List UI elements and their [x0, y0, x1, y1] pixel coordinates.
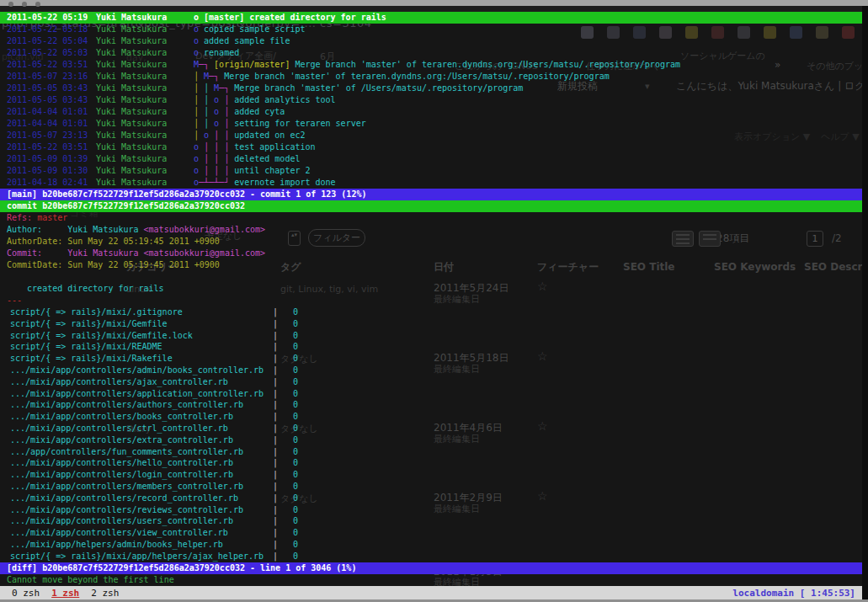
diffstat-file-row: .../mixi/app/controllers/ctrl_controller… — [0, 423, 862, 434]
log-row: 2011-05-07 23:16Yuki Matsukura│ M─┐ Merg… — [0, 71, 862, 83]
log-row: 2011-05-05 03:43Yuki Matsukura│ │ M─┐ Me… — [0, 83, 862, 94]
diffstat-file-row: .../mixi/app/controllers/reviews_control… — [0, 504, 862, 516]
diffstat-file-row: .../mixi/app/controllers/record_controll… — [0, 493, 862, 504]
diffstat-file-row: .../mixi/app/controllers/ajax_controller… — [0, 376, 862, 388]
close-window-icon — [8, 2, 13, 7]
log-row: 2011-04-04 01:01Yuki Matsukura│ │ o │ se… — [0, 118, 862, 130]
log-row: 2011-05-22 03:51Yuki Matsukurao │ │ │ te… — [0, 141, 862, 153]
log-row: 2011-05-09 01:39Yuki Matsukurao │ │ │ de… — [0, 153, 862, 165]
screen-window-0: 0 zsh — [12, 588, 40, 599]
tig-commit-header-selected: commit b20be687c7f522729f12ef5d286a2a379… — [0, 200, 862, 212]
diffstat-file-row: .../mixi/app/controllers/authors_control… — [0, 399, 862, 411]
diffstat-file-row: .../mixi/app/controllers/extra_controlle… — [0, 434, 862, 446]
commit-detail-row: AuthorDate: Sun May 22 05:19:45 2011 +09… — [0, 236, 862, 248]
log-row: 2011-05-09 01:30Yuki Matsukurao │ │ │ un… — [0, 165, 862, 177]
diffstat-file-row: script/{ => rails}/mixi/Gemfile.lock|0 — [0, 330, 862, 342]
diffstat-file-row: script/{ => rails}/mixi/app/helpers/ajax… — [0, 551, 862, 562]
commit-detail-row: Commit: Yuki Matsukura <matsubokkuri@gma… — [0, 248, 862, 259]
diffstat-file-row: .../mixi/app/controllers/login_controlle… — [0, 469, 862, 481]
desktop-screen: http://192.168.1...Klab on Rails Games -… — [0, 0, 868, 602]
diffstat-file-row: script/{ => rails}/mixi/README|0 — [0, 341, 862, 353]
log-row: 2011-05-22 05:18Yuki Matsukurao copied s… — [0, 24, 862, 35]
commit-detail-row: Author: Yuki Matsukura <matsubokkuri@gma… — [0, 224, 862, 236]
tig-notice-message: Cannot move beyond the first line — [0, 574, 862, 586]
diffstat-file-row: .../mixi/app/helpers/admin/books_helper.… — [0, 539, 862, 551]
tig-commit-details: Refs: masterAuthor: Yuki Matsukura <mats… — [0, 212, 862, 306]
diffstat-file-row: .../mixi/app/controllers/users_controlle… — [0, 515, 862, 527]
commit-detail-row: CommitDate: Sun May 22 05:19:45 2011 +09… — [0, 259, 862, 271]
diffstat-file-row: script/{ => rails}/mixi/Gemfile|0 — [0, 318, 862, 330]
log-row: 2011-05-22 03:51Yuki MatsukuraM─┐ [origi… — [0, 59, 862, 71]
screen-window-2: 2 zsh — [91, 588, 119, 599]
terminal-window[interactable]: 2011-05-22 05:19Yuki Matsukurao [master]… — [0, 0, 862, 602]
diffstat-file-row: .../app/controllers/fun_comments_control… — [0, 446, 862, 458]
screen-window-1: 1 zsh — [51, 588, 79, 599]
tig-main-status-bar: [main] b20be687c7f522729f12ef5d286a2a379… — [0, 189, 862, 200]
diffstat-file-row: .../mixi/app/controllers/view_controller… — [0, 527, 862, 539]
log-row: 2011-05-22 05:04Yuki Matsukurao added sa… — [0, 35, 862, 47]
diffstat-file-row: script/{ => rails}/mixi/.gitignore|0 — [0, 306, 862, 318]
screen-window-list: 0 zsh1 zsh2 zsh — [0, 588, 119, 599]
zoom-window-icon — [35, 2, 40, 7]
commit-detail-row: Refs: master — [0, 212, 862, 224]
screen-hostname-clock: localdomain [ 1:45:53] — [732, 588, 855, 599]
gnu-screen-status-bar: 0 zsh1 zsh2 zsh localdomain [ 1:45:53] — [0, 586, 862, 599]
diffstat-file-row: .../mixi/app/controllers/hello_controlle… — [0, 457, 862, 469]
tig-log-view: 2011-05-22 05:19Yuki Matsukurao [master]… — [0, 12, 862, 189]
commit-detail-row: --- — [0, 295, 862, 306]
log-row: 2011-05-22 05:03Yuki Matsukurao renamed — [0, 47, 862, 59]
tig-diff-status-bar: [diff] b20be687c7f522729f12ef5d286a2a379… — [0, 562, 862, 574]
tig-diffstat-file-list: script/{ => rails}/mixi/.gitignore|0scri… — [0, 306, 862, 562]
log-row: 2011-05-22 05:19Yuki Matsukurao [master]… — [0, 12, 862, 24]
diffstat-file-row: script/{ => rails}/mixi/Rakefile|0 — [0, 353, 862, 365]
log-row: 2011-05-07 23:13Yuki Matsukura│ o │ │ up… — [0, 130, 862, 141]
minimize-window-icon — [22, 2, 27, 7]
diffstat-file-row: .../mixi/app/controllers/admin/books_con… — [0, 365, 862, 376]
window-right-edge — [862, 6, 868, 599]
commit-detail-row: created directory for rails — [0, 283, 862, 295]
diffstat-file-row: .../mixi/app/controllers/application_con… — [0, 388, 862, 400]
diffstat-file-row: .../mixi/app/controllers/books_controlle… — [0, 411, 862, 423]
log-row: 2011-04-18 02:41Yuki Matsukurao─┴─┴─┘ ev… — [0, 177, 862, 189]
log-row: 2011-04-04 01:01Yuki Matsukura│ │ o │ ad… — [0, 106, 862, 118]
commit-detail-row — [0, 271, 862, 283]
log-row: 2011-05-05 03:43Yuki Matsukura│ │ o │ ad… — [0, 94, 862, 106]
diffstat-file-row: .../mixi/app/controllers/members_control… — [0, 481, 862, 493]
window-title-bar — [0, 0, 868, 6]
